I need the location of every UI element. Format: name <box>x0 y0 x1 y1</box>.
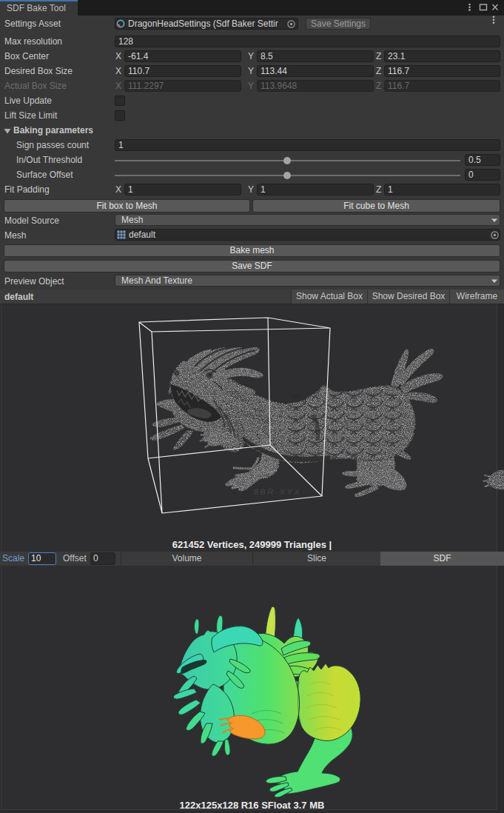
svg-text:8BR·XYX: 8BR·XYX <box>253 487 302 496</box>
